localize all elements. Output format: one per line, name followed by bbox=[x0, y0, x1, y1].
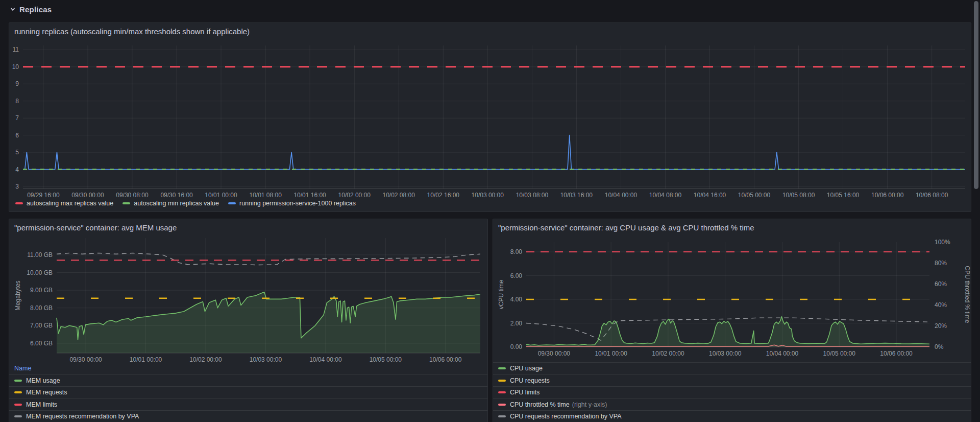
svg-text:10/04 00:00: 10/04 00:00 bbox=[766, 350, 799, 357]
svg-text:11: 11 bbox=[13, 46, 19, 53]
svg-text:10/05 08:00: 10/05 08:00 bbox=[782, 192, 815, 197]
legend-label: autoscaling max replicas value bbox=[27, 200, 113, 207]
svg-text:09/30 00:00: 09/30 00:00 bbox=[71, 192, 104, 197]
legend-item[interactable]: autoscaling min replicas value bbox=[122, 200, 219, 207]
svg-text:4.00: 4.00 bbox=[510, 296, 523, 303]
legend-label: MEM usage bbox=[26, 377, 60, 384]
svg-text:4: 4 bbox=[15, 166, 19, 173]
svg-text:8.00: 8.00 bbox=[510, 248, 523, 255]
svg-text:7: 7 bbox=[15, 114, 19, 122]
svg-text:11.00 GB: 11.00 GB bbox=[27, 251, 53, 259]
legend-swatch bbox=[15, 202, 23, 204]
section-header-replicas[interactable]: Replicas bbox=[0, 0, 980, 18]
svg-text:10/06 00:00: 10/06 00:00 bbox=[871, 192, 904, 197]
mem-chart[interactable]: 6.00 GB7.00 GB8.00 GB9.00 GB10.00 GB11.0… bbox=[9, 219, 488, 365]
svg-text:10/01 08:00: 10/01 08:00 bbox=[249, 192, 282, 197]
legend-label: autoscaling min replicas value bbox=[134, 200, 219, 207]
legend-swatch bbox=[14, 415, 22, 417]
svg-text:10/01 16:00: 10/01 16:00 bbox=[293, 192, 326, 197]
legend-swatch bbox=[14, 380, 22, 382]
svg-text:20%: 20% bbox=[935, 322, 947, 330]
svg-text:vCPU time: vCPU time bbox=[498, 280, 505, 310]
legend-swatch bbox=[122, 202, 130, 204]
svg-text:10/02 00:00: 10/02 00:00 bbox=[338, 192, 371, 197]
legend-item[interactable]: MEM usage bbox=[9, 374, 487, 387]
legend-item[interactable]: MEM requests bbox=[9, 386, 487, 398]
legend-label: CPU throttled % time bbox=[510, 401, 570, 408]
svg-text:09/30 16:00: 09/30 16:00 bbox=[160, 192, 193, 197]
legend-item[interactable]: CPU requests bbox=[493, 374, 971, 387]
svg-text:10/06 08:00: 10/06 08:00 bbox=[916, 192, 948, 197]
panel-cpu-usage: "permission-service" container: avg CPU … bbox=[493, 219, 971, 422]
legend-swatch bbox=[498, 404, 506, 406]
svg-text:10/01 00:00: 10/01 00:00 bbox=[595, 350, 627, 357]
svg-text:10/04 08:00: 10/04 08:00 bbox=[649, 192, 682, 197]
legend-item[interactable]: CPU usage bbox=[493, 362, 971, 374]
legend-label: running permission-service-1000 replicas bbox=[239, 200, 356, 207]
legend-swatch bbox=[498, 391, 506, 393]
legend-item[interactable]: MEM limits bbox=[9, 398, 487, 411]
legend-swatch bbox=[498, 367, 506, 369]
svg-text:0.00: 0.00 bbox=[510, 343, 523, 350]
svg-text:10/05 00:00: 10/05 00:00 bbox=[823, 350, 856, 357]
panel-running-replicas: running replicas (autoscaling min/max th… bbox=[9, 22, 971, 212]
svg-text:09/30 00:00: 09/30 00:00 bbox=[538, 350, 571, 357]
svg-text:10/02 16:00: 10/02 16:00 bbox=[427, 192, 460, 197]
replicas-chart[interactable]: 3456789101109/29 16:0009/30 00:0009/30 0… bbox=[9, 23, 972, 197]
svg-text:9.00 GB: 9.00 GB bbox=[30, 287, 53, 294]
legend-item[interactable]: CPU limits bbox=[493, 386, 971, 398]
legend-swatch bbox=[14, 404, 22, 406]
legend-header-name[interactable]: Name bbox=[14, 365, 31, 372]
svg-text:CPU throttled % time: CPU throttled % time bbox=[964, 266, 971, 323]
svg-text:6.00: 6.00 bbox=[510, 272, 523, 279]
svg-text:3: 3 bbox=[15, 183, 19, 190]
svg-text:6.00 GB: 6.00 GB bbox=[30, 340, 53, 347]
legend-swatch bbox=[228, 202, 236, 204]
legend-swatch bbox=[498, 415, 506, 417]
legend-header-row: Name bbox=[9, 362, 487, 374]
svg-text:0%: 0% bbox=[935, 343, 944, 350]
chevron-down-icon bbox=[9, 6, 16, 13]
vertical-scrollbar[interactable] bbox=[974, 1, 978, 189]
legend-label: CPU requests recommendation by VPA bbox=[510, 413, 622, 420]
legend-item[interactable]: autoscaling max replicas value bbox=[15, 200, 113, 207]
legend-swatch bbox=[498, 380, 506, 382]
svg-text:40%: 40% bbox=[935, 301, 947, 309]
legend-item[interactable]: running permission-service-1000 replicas bbox=[228, 200, 356, 207]
replicas-legend: autoscaling max replicas valueautoscalin… bbox=[15, 200, 356, 207]
cpu-legend-table: CPU usageCPU requestsCPU limitsCPU throt… bbox=[493, 362, 971, 422]
svg-text:10/04 00:00: 10/04 00:00 bbox=[605, 192, 638, 197]
svg-text:8.00 GB: 8.00 GB bbox=[30, 304, 53, 312]
svg-text:60%: 60% bbox=[935, 280, 947, 288]
svg-text:Megabytes: Megabytes bbox=[14, 280, 21, 311]
legend-swatch bbox=[14, 391, 22, 393]
legend-label: MEM requests bbox=[26, 389, 67, 396]
legend-item[interactable]: MEM requests recommendation by VPA bbox=[9, 410, 487, 422]
svg-text:10/03 00:00: 10/03 00:00 bbox=[709, 350, 742, 357]
svg-text:100%: 100% bbox=[935, 239, 950, 246]
svg-text:09/29 16:00: 09/29 16:00 bbox=[27, 192, 60, 197]
svg-text:10/01 00:00: 10/01 00:00 bbox=[205, 192, 237, 197]
svg-text:09/30 08:00: 09/30 08:00 bbox=[116, 192, 149, 197]
legend-label: CPU requests bbox=[510, 377, 550, 384]
section-title: Replicas bbox=[19, 5, 52, 14]
legend-item[interactable]: CPU throttled % time(right y-axis) bbox=[493, 398, 971, 411]
svg-text:10/03 08:00: 10/03 08:00 bbox=[516, 192, 549, 197]
svg-text:10/05 00:00: 10/05 00:00 bbox=[738, 192, 771, 197]
svg-text:80%: 80% bbox=[935, 260, 947, 267]
svg-text:10/04 16:00: 10/04 16:00 bbox=[694, 192, 726, 197]
svg-text:5: 5 bbox=[15, 149, 19, 156]
mem-legend-table: NameMEM usageMEM requestsMEM limitsMEM r… bbox=[9, 362, 487, 422]
legend-label-suffix: (right y-axis) bbox=[572, 401, 607, 408]
svg-text:6: 6 bbox=[15, 132, 19, 139]
legend-label: MEM requests recommendation by VPA bbox=[26, 413, 139, 420]
panel-mem-usage: "permission-service" container: avg MEM … bbox=[9, 219, 488, 422]
legend-item[interactable]: CPU requests recommendation by VPA bbox=[493, 410, 971, 422]
cpu-chart[interactable]: 0.002.004.006.008.000%20%40%60%80%100%09… bbox=[493, 219, 972, 365]
legend-label: CPU usage bbox=[510, 365, 543, 372]
legend-label: MEM limits bbox=[26, 401, 57, 408]
svg-text:10/06 00:00: 10/06 00:00 bbox=[880, 350, 913, 357]
svg-text:7.00 GB: 7.00 GB bbox=[30, 322, 53, 329]
svg-text:10/02 08:00: 10/02 08:00 bbox=[382, 192, 415, 197]
svg-text:10/03 16:00: 10/03 16:00 bbox=[560, 192, 593, 197]
